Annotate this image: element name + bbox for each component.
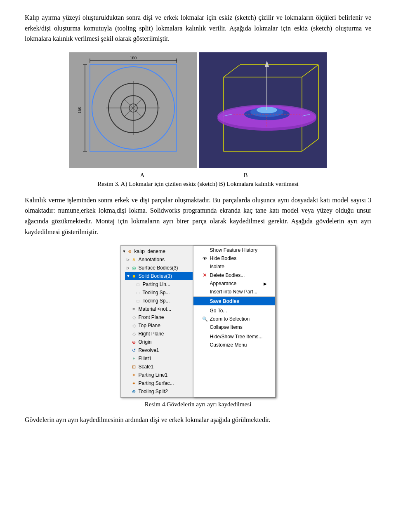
- tree-item-annotations[interactable]: ▷ A Annotations: [125, 255, 193, 264]
- figure-3-container: 180 150: [25, 52, 371, 168]
- delete-bodies-icon: ✕: [202, 272, 208, 278]
- arrow-icon: ▼: [127, 274, 131, 278]
- tree-item-fillet1[interactable]: F Fillet1: [125, 354, 193, 363]
- figure-4-caption: Resim 4.Gövdelerin ayrı ayrı kaydedilmes…: [25, 401, 371, 408]
- menu-customize-menu[interactable]: Customize Menu: [193, 341, 275, 349]
- menu-isolate[interactable]: Isolate: [193, 262, 275, 271]
- tree-item-origin[interactable]: ⊕ Origin: [125, 338, 193, 346]
- tree-origin-label: Origin: [139, 339, 152, 345]
- tree-revolve1-label: Revolve1: [139, 347, 159, 353]
- tree-item-root[interactable]: ▼ ⚙ kalıp_deneme: [121, 247, 193, 255]
- menu-customize-menu-label: Customize Menu: [210, 342, 247, 348]
- menu-divider2: [193, 306, 275, 306]
- menu-collapse-items-label: Collapse Items: [210, 324, 243, 330]
- menu-go-to[interactable]: Go To...: [193, 307, 275, 315]
- tree-material-label: Material <not...: [139, 306, 172, 312]
- surface-bodies-icon: ◎: [131, 265, 137, 271]
- tree-item-revolve1[interactable]: ↺ Revolve1: [125, 346, 193, 354]
- menu-go-to-label: Go To...: [210, 308, 227, 314]
- tree-tooling-sp1-label: Tooling Sp...: [143, 290, 170, 295]
- solid-bodies-icon: ■: [131, 273, 137, 279]
- parting-lin-icon: □: [135, 281, 141, 288]
- tree-fillet1-label: Fillet1: [139, 356, 152, 361]
- tree-item-tooling-sp1[interactable]: □ Tooling Sp...: [129, 288, 193, 297]
- scale1-icon: ⊞: [131, 363, 137, 370]
- tree-item-material[interactable]: ≡ Material <not...: [125, 305, 193, 313]
- tree-item-front-plane[interactable]: ◇ Front Plane: [125, 313, 193, 321]
- tree-scale1-label: Scale1: [139, 364, 154, 370]
- tree-top-plane-label: Top Plane: [139, 323, 160, 328]
- figure-3-caption: Resim 3. A) Lokmalar için çizilen eskiz …: [25, 180, 371, 187]
- tree-item-solid-bodies[interactable]: ▼ ■ Solid Bodies(3): [125, 272, 193, 280]
- context-menu: Show Feature History 👁 Hide Bodies Isola…: [193, 246, 276, 397]
- part-icon: ⚙: [127, 248, 133, 255]
- menu-hide-show-tree-items[interactable]: Hide/Show Tree Items...: [193, 333, 275, 341]
- figure-3-images: 180 150: [69, 52, 327, 168]
- menu-collapse-items[interactable]: Collapse Items: [193, 323, 275, 331]
- figure-label-a: A: [140, 172, 145, 179]
- fillet1-icon: F: [131, 355, 137, 362]
- figure-3b-image: [199, 52, 327, 168]
- menu-hide-show-tree-label: Hide/Show Tree Items...: [210, 334, 263, 340]
- menu-save-bodies[interactable]: Save Bodies: [193, 297, 275, 305]
- menu-insert-new-part[interactable]: Insert into New Part...: [193, 288, 275, 296]
- solidworks-figure: ▼ ⚙ kalıp_deneme ▷ A Annotations ▷ ◎ Sur…: [25, 245, 371, 398]
- tree-parting-lin-label: Parting Lin...: [143, 281, 170, 287]
- revolve1-icon: ↺: [131, 347, 137, 354]
- menu-isolate-label: Isolate: [210, 264, 224, 270]
- hide-bodies-icon: 👁: [202, 256, 208, 261]
- menu-zoom-to-selection[interactable]: 🔍 Zoom to Selection: [193, 315, 275, 323]
- arrow-icon: ▷: [127, 266, 131, 270]
- tooling-split2-icon: ⊗: [131, 388, 137, 395]
- menu-delete-bodies-label: Delete Bodies...: [210, 272, 245, 278]
- arrow-icon: ▼: [123, 249, 127, 253]
- tree-right-plane-label: Right Plane: [139, 331, 164, 337]
- paragraph-3: Kalınlık verme işleminden sonra erkek ve…: [25, 195, 371, 237]
- menu-hide-bodies-label: Hide Bodies: [210, 255, 237, 261]
- menu-hide-bodies[interactable]: 👁 Hide Bodies: [193, 254, 275, 262]
- solidworks-window: ▼ ⚙ kalıp_deneme ▷ A Annotations ▷ ◎ Sur…: [120, 245, 276, 398]
- menu-divider3: [193, 332, 275, 332]
- tree-item-scale1[interactable]: ⊞ Scale1: [125, 363, 193, 371]
- tooling-sp1-icon: □: [135, 289, 141, 296]
- parting-line1-icon: ✦: [131, 372, 137, 378]
- figure-3-labels: A B: [16, 172, 371, 179]
- tree-item-parting-lin[interactable]: □ Parting Lin...: [129, 280, 193, 288]
- top-plane-icon: ◇: [131, 322, 137, 329]
- menu-divider: [193, 296, 275, 297]
- tree-item-tooling-sp2[interactable]: □ Tooling Sp...: [129, 297, 193, 305]
- tree-front-plane-label: Front Plane: [139, 314, 164, 320]
- figure-label-b: B: [243, 172, 248, 179]
- tree-solid-bodies-label: Solid Bodies(3): [139, 273, 172, 279]
- menu-appearance-label: Appearance: [210, 281, 237, 286]
- paragraph-1: Kalıp ayırma yüzeyi oluşturulduktan sonr…: [25, 12, 371, 44]
- tree-parting-surface-label: Parting Surfac...: [139, 380, 174, 386]
- right-plane-icon: ◇: [131, 330, 137, 337]
- tree-item-top-plane[interactable]: ◇ Top Plane: [125, 321, 193, 330]
- front-plane-icon: ◇: [131, 314, 137, 321]
- paragraph-5: Gövdelerin ayrı ayrı kaydedilmesinin ard…: [25, 415, 371, 425]
- zoom-to-selection-icon: 🔍: [202, 316, 208, 322]
- menu-delete-bodies[interactable]: ✕ Delete Bodies...: [193, 271, 275, 279]
- parting-surface-icon: ✦: [131, 380, 137, 387]
- origin-icon: ⊕: [131, 339, 137, 345]
- tree-root-label: kalıp_deneme: [134, 248, 165, 254]
- tree-tooling-split2-label: Tooling Split2: [139, 389, 168, 394]
- arrow-icon: ▷: [127, 258, 131, 262]
- tree-item-parting-line1[interactable]: ✦ Parting Line1: [125, 371, 193, 379]
- tree-parting-line1-label: Parting Line1: [139, 372, 168, 378]
- material-icon: ≡: [131, 306, 137, 312]
- menu-show-feature-history[interactable]: Show Feature History: [193, 246, 275, 254]
- tree-item-right-plane[interactable]: ◇ Right Plane: [125, 330, 193, 338]
- menu-appearance[interactable]: Appearance ▶: [193, 279, 275, 288]
- svg-text:150: 150: [77, 106, 82, 113]
- solidworks-tree[interactable]: ▼ ⚙ kalıp_deneme ▷ A Annotations ▷ ◎ Sur…: [121, 246, 193, 397]
- tree-item-parting-surface[interactable]: ✦ Parting Surfac...: [125, 379, 193, 387]
- annotations-icon: A: [131, 256, 137, 263]
- submenu-arrow-icon: ▶: [264, 281, 267, 286]
- tree-item-surface-bodies[interactable]: ▷ ◎ Surface Bodies(3): [125, 264, 193, 272]
- tree-item-tooling-split2[interactable]: ⊗ Tooling Split2: [125, 387, 193, 396]
- tree-tooling-sp2-label: Tooling Sp...: [143, 298, 170, 304]
- menu-save-bodies-label: Save Bodies: [210, 298, 239, 304]
- svg-text:180: 180: [130, 55, 137, 60]
